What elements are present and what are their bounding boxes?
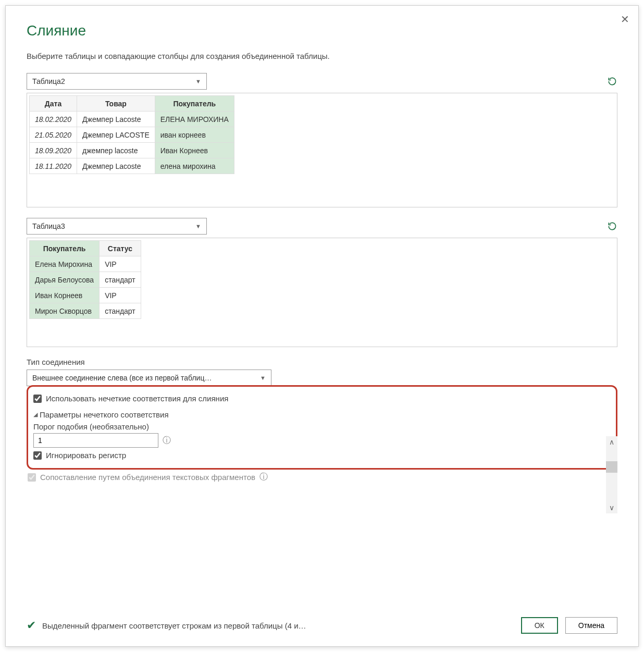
cancel-button[interactable]: Отмена — [565, 617, 617, 634]
table1-value: Таблица2 — [32, 77, 65, 85]
table-cell[interactable]: джемпер lacoste — [77, 143, 155, 158]
dialog-subtitle: Выберите таблицы и совпадающие столбцы д… — [27, 52, 617, 60]
table-cell[interactable]: Иван Корнеев — [30, 288, 100, 303]
table-row[interactable]: 18.09.2020джемпер lacosteИван Корнеев — [30, 143, 234, 158]
column-header[interactable]: Покупатель — [155, 96, 234, 112]
scroll-thumb[interactable] — [606, 461, 617, 473]
match-by-combining-row: Сопоставление путем объединения текстовы… — [27, 472, 617, 483]
table-cell[interactable]: Джемпер Lacoste — [77, 158, 155, 174]
use-fuzzy-label: Использовать нечеткие соответствия для с… — [46, 394, 228, 403]
column-header[interactable]: Покупатель — [30, 241, 100, 256]
fuzzy-params-expander[interactable]: ◢ Параметры нечеткого соответствия — [33, 410, 611, 419]
table1-preview: ДатаТоварПокупатель18.02.2020Джемпер Lac… — [27, 93, 617, 207]
table1-dropdown[interactable]: Таблица2 ▼ — [27, 73, 207, 90]
scroll-down-icon[interactable]: ∨ — [606, 502, 617, 513]
table2-dropdown[interactable]: Таблица3 ▼ — [27, 218, 207, 235]
table-row[interactable]: Иван КорнеевVIP — [30, 288, 141, 303]
column-header[interactable]: Товар — [77, 96, 155, 112]
threshold-input[interactable] — [33, 433, 158, 448]
close-icon[interactable]: ✕ — [618, 13, 631, 26]
ignore-case-label: Игнорировать регистр — [46, 451, 126, 460]
dialog-title: Слияние — [27, 22, 617, 39]
match-combining-input — [28, 473, 36, 482]
ignore-case-checkbox[interactable]: Игнорировать регистр — [33, 451, 611, 460]
column-header[interactable]: Дата — [30, 96, 77, 112]
table-cell[interactable]: 18.11.2020 — [30, 158, 77, 174]
triangle-down-icon: ◢ — [33, 411, 38, 418]
info-icon[interactable]: ⓘ — [163, 435, 171, 446]
table-row[interactable]: 18.11.2020Джемпер Lacosteелена мирохина — [30, 158, 234, 174]
table-row[interactable]: 21.05.2020Джемпер LACOSTEиван корнеев — [30, 127, 234, 143]
table-cell[interactable]: стандарт — [100, 272, 141, 288]
table-cell[interactable]: 18.09.2020 — [30, 143, 77, 158]
table1-grid[interactable]: ДатаТоварПокупатель18.02.2020Джемпер Lac… — [29, 95, 234, 174]
status-text: Выделенный фрагмент соответствует строка… — [42, 621, 306, 630]
fuzzy-options-highlight: Использовать нечеткие соответствия для с… — [27, 385, 617, 470]
fuzzy-params-label: Параметры нечеткого соответствия — [40, 410, 169, 419]
options-scrollbar[interactable]: ∧ ∨ — [606, 436, 617, 513]
table-row[interactable]: Дарья Белоусовастандарт — [30, 272, 141, 288]
table-cell[interactable]: Елена Мирохина — [30, 256, 100, 272]
table-cell[interactable]: 18.02.2020 — [30, 112, 77, 127]
column-header[interactable]: Статус — [100, 241, 141, 256]
ignore-case-input[interactable] — [33, 451, 42, 460]
refresh-icon[interactable] — [607, 221, 617, 231]
ok-button[interactable]: ОК — [521, 617, 558, 634]
chevron-down-icon: ▼ — [195, 223, 201, 229]
chevron-down-icon: ▼ — [260, 375, 266, 381]
table-cell[interactable]: Мирон Скворцов — [30, 303, 100, 319]
table-cell[interactable]: VIP — [100, 256, 141, 272]
table-cell[interactable]: 21.05.2020 — [30, 127, 77, 143]
table2-grid[interactable]: ПокупательСтатусЕлена МирохинаVIPДарья Б… — [29, 240, 141, 319]
table-row[interactable]: Мирон Скворцовстандарт — [30, 303, 141, 319]
join-type-label: Тип соединения — [27, 358, 617, 366]
table-cell[interactable]: Джемпер LACOSTE — [77, 127, 155, 143]
table2-value: Таблица3 — [32, 222, 65, 230]
table-row[interactable]: 18.02.2020Джемпер LacosteЕЛЕНА МИРОХИНА — [30, 112, 234, 127]
scroll-up-icon[interactable]: ∧ — [606, 436, 617, 448]
table2-preview: ПокупательСтатусЕлена МирохинаVIPДарья Б… — [27, 238, 617, 347]
checkmark-icon: ✔ — [27, 619, 36, 632]
table-cell[interactable]: Иван Корнеев — [155, 143, 234, 158]
table-cell[interactable]: стандарт — [100, 303, 141, 319]
use-fuzzy-checkbox[interactable]: Использовать нечеткие соответствия для с… — [33, 394, 611, 403]
table-cell[interactable]: елена мирохина — [155, 158, 234, 174]
threshold-label: Порог подобия (необязательно) — [33, 422, 611, 431]
info-icon: ⓘ — [259, 472, 268, 483]
table-cell[interactable]: иван корнеев — [155, 127, 234, 143]
table-cell[interactable]: Дарья Белоусова — [30, 272, 100, 288]
table-cell[interactable]: VIP — [100, 288, 141, 303]
refresh-icon[interactable] — [607, 76, 617, 87]
table-cell[interactable]: ЕЛЕНА МИРОХИНА — [155, 112, 234, 127]
use-fuzzy-input[interactable] — [33, 395, 42, 403]
table-row[interactable]: Елена МирохинаVIP — [30, 256, 141, 272]
chevron-down-icon: ▼ — [195, 78, 201, 84]
join-type-value: Внешнее соединение слева (все из первой … — [32, 374, 212, 382]
table-cell[interactable]: Джемпер Lacoste — [77, 112, 155, 127]
match-combining-label: Сопоставление путем объединения текстовы… — [40, 473, 255, 482]
join-type-dropdown[interactable]: Внешнее соединение слева (все из первой … — [27, 370, 271, 386]
